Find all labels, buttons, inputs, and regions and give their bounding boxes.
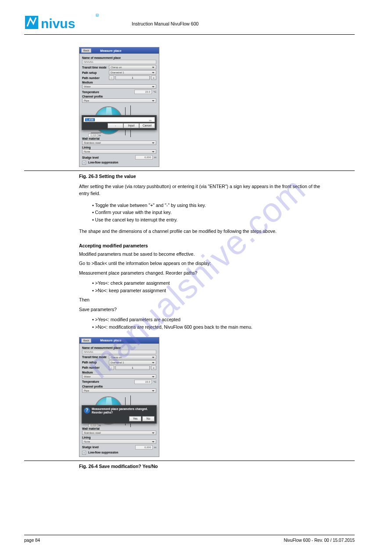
dim-unit: m — [99, 134, 101, 137]
medium-label: Medium — [82, 81, 156, 84]
name-field[interactable]: NIVUS1 — [82, 350, 156, 354]
body-text: Then — [79, 297, 331, 304]
list-item: • Confirm your value with the input key. — [92, 209, 355, 216]
path-setup-label: Path setup — [82, 71, 108, 74]
sludge-label: Sludge level — [82, 446, 108, 449]
back-button[interactable]: Back — [81, 338, 91, 343]
profile-select[interactable]: Pipe — [82, 98, 156, 103]
profile-select[interactable]: Pipe — [82, 388, 156, 393]
path-number-label: Path number — [82, 76, 108, 80]
dialog-yes-button[interactable]: Yes — [129, 416, 141, 421]
path-plus-button[interactable]: + — [151, 76, 156, 80]
dim-bot[interactable]: 0,020 — [88, 424, 98, 427]
section-heading: Accepting modified parameters — [79, 243, 355, 248]
footer-page: page 84 — [24, 538, 40, 543]
question-icon: ? — [84, 407, 90, 414]
dim-bot[interactable]: 0,020 — [88, 134, 98, 137]
profile-label: Channel profile — [82, 95, 156, 98]
footer-doc: NivuFlow 600 - Rev. 00 / 15.07.2015 — [284, 538, 355, 543]
overlay-unit: m — [149, 119, 151, 122]
sludge-value[interactable]: 0,000 — [135, 155, 153, 160]
page-footer: page 84 NivuFlow 600 - Rev. 00 / 15.07.2… — [24, 535, 355, 543]
path-setup-select[interactable]: Diametral 1 — [109, 70, 156, 75]
body-text: The shape and the dimensions of a channe… — [79, 228, 331, 235]
overlay-value-input[interactable]: 1,456 — [83, 117, 155, 122]
section-title: Instruction Manual NivuFlow 600 — [132, 21, 355, 26]
path-plus-button[interactable]: + — [151, 366, 156, 370]
reorder-paths-dialog: ? Measurement place parameters changed. … — [82, 405, 157, 424]
lowflow-label: Low-flow suppression — [88, 161, 119, 164]
medium-select[interactable]: Water — [82, 374, 156, 379]
path-minus-button[interactable]: - — [109, 366, 114, 370]
lining-label: Lining — [82, 146, 156, 149]
divider — [24, 170, 355, 171]
figure-caption: Fig. 26-3 Setting the value — [79, 174, 355, 179]
body-text: Go to >Back< until the information below… — [79, 260, 331, 267]
sludge-unit: m — [154, 446, 156, 449]
name-label: Name of measurement place — [82, 56, 156, 59]
list-item: • Use the cancel key to interrupt the en… — [92, 216, 355, 224]
wall-select[interactable]: Stainless steel — [82, 141, 156, 145]
dim-unit: m — [99, 424, 101, 427]
list-item: • >No<: keep parameter assignment — [92, 287, 355, 294]
path-number-label: Path number — [82, 366, 108, 369]
window-title: Measure place — [100, 339, 121, 342]
window-title: Measure place — [100, 49, 121, 52]
medium-label: Medium — [82, 371, 156, 374]
dialog-message: Measurement place parameters changed. Re… — [92, 407, 155, 415]
medium-select[interactable]: Water — [82, 84, 156, 89]
temp-value[interactable]: 15.0 — [134, 380, 152, 384]
path-setup-select[interactable]: Diametral 1 — [109, 360, 156, 365]
sludge-label: Sludge level — [82, 156, 108, 159]
lining-select[interactable]: None — [82, 439, 156, 444]
expand-icon[interactable]: + — [82, 451, 86, 455]
temp-label: Temperature — [82, 91, 108, 94]
divider — [24, 34, 355, 35]
wall-label: Wall material — [82, 137, 156, 140]
path-minus-button[interactable]: - — [109, 76, 114, 80]
transit-label: Transit time mode — [82, 355, 108, 359]
transit-label: Transit time mode — [82, 66, 108, 69]
wall-select[interactable]: Stainless steel — [82, 431, 156, 435]
svg-text:R: R — [97, 15, 98, 17]
body-text: After setting the value (via rotary push… — [79, 183, 331, 197]
expand-icon[interactable]: + — [82, 161, 86, 165]
back-button[interactable]: Back — [81, 48, 91, 53]
sludge-value[interactable]: 0,000 — [135, 445, 153, 450]
temp-unit: °C — [153, 91, 156, 93]
sludge-unit: m — [154, 156, 156, 159]
body-text: Modified parameters must be saved to bec… — [79, 251, 331, 258]
svg-text:nivus: nivus — [41, 16, 75, 31]
body-text: Save parameters? — [79, 306, 331, 313]
figure-caption: Fig. 26-4 Save modification? Yes/No — [79, 464, 355, 469]
lining-select[interactable]: None — [82, 149, 156, 154]
overlay-sign-button[interactable]: - — [108, 123, 123, 128]
body-text: Measurement place parameters changed. Re… — [79, 270, 331, 277]
lowflow-label: Low-flow suppression — [88, 451, 119, 454]
name-label: Name of measurement place — [82, 346, 156, 349]
divider — [24, 461, 355, 461]
transit-select[interactable]: Clamp on — [109, 65, 156, 69]
temp-unit: °C — [153, 381, 156, 383]
path-number-value: 1 — [115, 366, 150, 370]
dialog-no-button[interactable]: No — [142, 416, 155, 421]
lining-label: Lining — [82, 436, 156, 439]
name-field[interactable]: NIVUS1 — [82, 60, 156, 64]
screenshot-measure-place-input: Back Measure place Name of measurement p… — [79, 47, 159, 167]
temp-label: Temperature — [82, 380, 108, 383]
overlay-cancel-button[interactable]: Cancel — [139, 123, 155, 128]
temp-value[interactable]: 15.0 — [134, 90, 152, 94]
overlay-input-button[interactable]: Input — [123, 123, 139, 128]
list-item: • Toggle the value between "+" and "-" b… — [92, 202, 355, 209]
list-item: • >Yes<: modified parameters are accepte… — [92, 316, 355, 323]
list-item: • >Yes<: check parameter assignment — [92, 279, 355, 287]
wall-label: Wall material — [82, 427, 156, 430]
path-setup-label: Path setup — [82, 361, 108, 364]
screenshot-reorder-paths: Back Measure place Name of measurement p… — [79, 337, 159, 457]
transit-select[interactable]: Clamp on — [109, 355, 156, 359]
profile-label: Channel profile — [82, 385, 156, 388]
path-number-value: 1 — [115, 76, 150, 80]
value-input-overlay: 1,456 m - Input Cancel — [82, 115, 157, 130]
list-item: • >No<: modifications are rejected, Nivu… — [92, 323, 355, 331]
